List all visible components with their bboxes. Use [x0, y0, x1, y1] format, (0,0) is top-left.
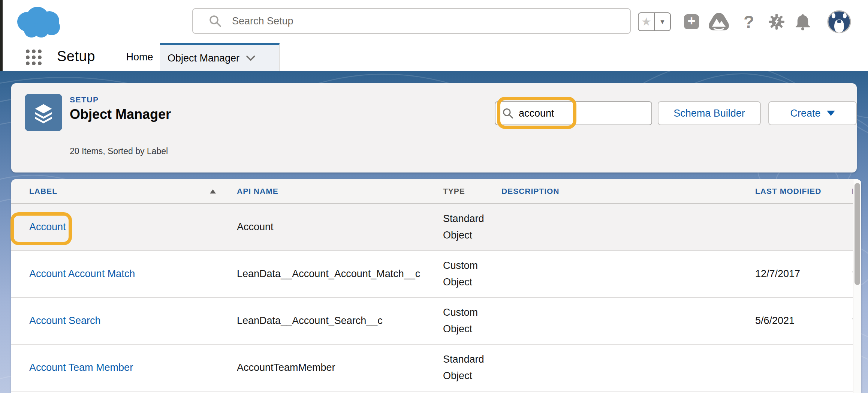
layers-icon: [33, 102, 54, 123]
gear-icon: [768, 14, 785, 30]
object-search-input[interactable]: [519, 108, 639, 119]
object-manager-header-card: SETUP Object Manager 20 Items, Sorted by…: [11, 83, 857, 172]
object-label-cell: Account Team Member: [29, 362, 237, 374]
search-icon: [502, 108, 513, 119]
table-row: Account Account Match LeanData__Account_…: [11, 251, 861, 298]
screen-edge: [0, 0, 3, 71]
page-title: Object Manager: [70, 106, 171, 122]
global-search: [192, 8, 631, 34]
help-button[interactable]: ?: [744, 0, 754, 43]
quick-create-button[interactable]: +: [684, 0, 699, 43]
schema-builder-button[interactable]: Schema Builder: [658, 101, 761, 125]
tab-home[interactable]: Home: [119, 43, 160, 71]
favorites-dropdown-button[interactable]: ▼: [655, 12, 671, 31]
create-button-label: Create: [790, 108, 820, 119]
table-row: Account Team Member AccountTeamMember St…: [11, 345, 861, 392]
object-label-cell: Account Search: [29, 315, 237, 327]
favorites-control: ★ ▼: [638, 12, 671, 31]
trailhead-icon: [708, 12, 729, 31]
column-header-api-name[interactable]: API NAME: [237, 187, 443, 196]
column-header-label-text: LABEL: [29, 187, 57, 196]
sort-ascending-icon: [210, 189, 216, 194]
api-name-cell: AccountTeamMember: [237, 362, 437, 374]
object-search: [495, 101, 652, 125]
table-header-row: LABEL API NAME TYPE DESCRIPTION LAST MOD…: [11, 179, 861, 204]
setup-nav-bar: Setup Home Object Manager: [0, 43, 868, 71]
star-icon: ★: [641, 16, 651, 27]
tab-object-manager[interactable]: Object Manager: [160, 43, 280, 71]
object-link-account-team-member[interactable]: Account Team Member: [29, 362, 133, 373]
object-label-cell: Account Account Match: [29, 268, 237, 280]
scrollbar-thumb[interactable]: [855, 183, 860, 285]
object-manager-icon: [25, 94, 62, 131]
type-cell: Custom Object: [443, 258, 499, 290]
global-header: ★ ▼ + ?: [0, 0, 868, 43]
object-link-account[interactable]: Account: [29, 221, 66, 232]
tab-object-manager-label: Object Manager: [168, 52, 239, 64]
object-link-account-search[interactable]: Account Search: [29, 315, 101, 326]
table-scrollbar: [853, 179, 861, 393]
nav-divider: [117, 43, 117, 71]
user-avatar[interactable]: [827, 10, 852, 35]
notifications-button[interactable]: [795, 0, 811, 43]
setup-gear-button[interactable]: [768, 0, 785, 43]
question-mark-icon: ?: [744, 12, 754, 32]
search-icon: [209, 15, 221, 27]
caret-down-icon: [827, 111, 835, 116]
table-row: Account Search LeanData__Account_Search_…: [11, 298, 861, 345]
type-cell: Standard Object: [443, 211, 499, 243]
trailhead-button[interactable]: [708, 0, 729, 43]
api-name-cell: LeanData__Account_Search__c: [237, 315, 437, 327]
type-cell: Standard Object: [443, 351, 499, 384]
app-launcher-button[interactable]: [25, 48, 43, 66]
objects-table: LABEL API NAME TYPE DESCRIPTION LAST MOD…: [11, 179, 861, 393]
setup-eyebrow: SETUP: [70, 95, 99, 104]
type-cell: Custom Object: [443, 304, 499, 337]
last-modified-cell: 12/7/2017: [748, 268, 838, 280]
column-header-description[interactable]: DESCRIPTION: [501, 187, 748, 196]
setup-app-label: Setup: [57, 48, 95, 64]
object-label-cell: Account: [29, 221, 237, 233]
column-header-type: TYPE: [443, 187, 501, 196]
column-header-label[interactable]: LABEL: [29, 187, 237, 196]
salesforce-logo: [14, 5, 61, 41]
table-row: Account Account Standard Object: [11, 204, 861, 251]
last-modified-cell: 5/6/2021: [748, 315, 838, 327]
column-header-last-modified[interactable]: LAST MODIFIED: [748, 187, 838, 196]
salesforce-cloud-icon: [14, 5, 61, 40]
object-link-account-account-match[interactable]: Account Account Match: [29, 268, 135, 279]
chevron-down-icon: [246, 56, 255, 61]
api-name-cell: Account: [237, 221, 437, 233]
api-name-cell: LeanData__Account_Account_Match__c: [237, 268, 437, 280]
bear-avatar-icon: [827, 10, 852, 34]
item-count-text: 20 Items, Sorted by Label: [70, 146, 168, 156]
bell-icon: [795, 13, 811, 30]
plus-icon: +: [684, 14, 699, 29]
caret-down-icon: ▼: [659, 19, 666, 25]
favorites-star-button[interactable]: ★: [638, 12, 655, 31]
salesforce-setup-screen: ★ ▼ + ?: [0, 0, 868, 393]
global-search-input[interactable]: [232, 15, 569, 27]
create-button[interactable]: Create: [768, 101, 857, 125]
